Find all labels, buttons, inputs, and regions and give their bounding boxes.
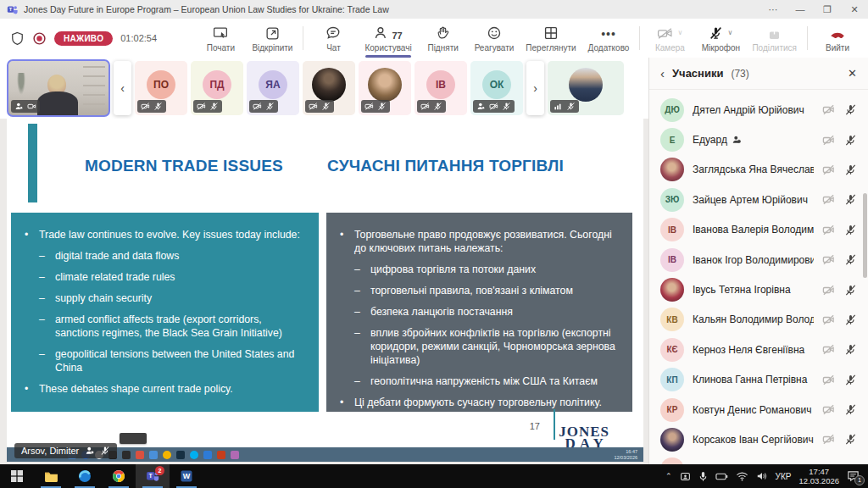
teams-app-icon: T xyxy=(7,4,18,15)
unpin-button[interactable]: Відкріпити xyxy=(246,19,298,58)
participant-row[interactable]: ІВІванок Ігор Володимирович xyxy=(649,245,868,274)
chat-button[interactable]: Чат xyxy=(308,19,359,58)
participant-row[interactable]: ЗЮЗайцев Артем Юрійович xyxy=(649,185,868,214)
participant-name: Заглядська Яна Вячеславівна xyxy=(693,164,814,175)
bullet-item: •Торговельне право продовжує розвиватися… xyxy=(340,229,617,256)
leave-button[interactable]: Вийти xyxy=(812,19,863,58)
back-icon[interactable]: ‹ xyxy=(660,66,665,80)
participant-tile-initials[interactable]: ПО xyxy=(135,61,187,115)
window-close-button[interactable]: ✕ xyxy=(841,0,868,19)
camera-button[interactable]: ∨ Камера xyxy=(644,19,695,58)
participant-name: Івусь Тетяна Ігорівна xyxy=(693,284,814,296)
avatar xyxy=(312,68,346,102)
slide-title-uk: СУЧАСНІ ПИТАННЯ ТОРГІВЛІ xyxy=(327,157,564,175)
mic-button[interactable]: ∨ Мікрофон xyxy=(695,19,746,58)
avatar: ІВ xyxy=(660,248,684,272)
participant-row[interactable]: ДЮДятел Андрій Юрійович xyxy=(649,95,868,125)
participant-tile-initials[interactable]: ПД xyxy=(191,61,243,115)
strip-next-button[interactable]: › xyxy=(526,61,544,115)
language-indicator[interactable]: УКР xyxy=(776,472,792,481)
mic-off-icon xyxy=(844,433,857,446)
participant-row[interactable] xyxy=(649,455,868,464)
participant-name: Едуард xyxy=(693,134,814,146)
window-more-button[interactable]: ⋯ xyxy=(760,0,787,19)
participants-button[interactable]: 77 Користувачі xyxy=(359,19,417,58)
taskbar-chrome[interactable] xyxy=(102,464,136,488)
windows-taskbar: T 2 W ⌃ УКР 17:4 xyxy=(0,464,868,488)
mic-off-icon xyxy=(502,102,511,111)
speaker-video-tile[interactable] xyxy=(7,59,110,117)
taskbar-word[interactable]: W xyxy=(170,464,203,488)
more-options-button[interactable]: ••• Додатково xyxy=(582,19,636,58)
start-button[interactable] xyxy=(0,464,34,488)
tray-mic-icon[interactable] xyxy=(698,471,708,482)
taskbar-clock[interactable]: 17:47 12.03.2026 xyxy=(798,467,839,486)
mic-off-icon xyxy=(153,102,163,111)
close-panel-icon[interactable]: ✕ xyxy=(848,67,857,80)
mic-off-icon xyxy=(321,102,331,111)
mic-off-icon xyxy=(377,102,387,111)
panel-scrollbar[interactable] xyxy=(863,193,867,278)
participant-row[interactable]: Корсаков Іван Сергійович xyxy=(649,424,868,454)
participant-row[interactable]: ЕЕдуард xyxy=(649,125,868,154)
avatar xyxy=(660,278,684,302)
participant-row[interactable]: КВКальян Володимир Володим... xyxy=(649,305,868,335)
participant-row[interactable]: КРКовтун Денис Романович xyxy=(649,395,868,424)
avatar: ЯА xyxy=(259,70,287,99)
avatar xyxy=(569,68,603,102)
chevron-right-icon: › xyxy=(533,81,537,95)
tray-volume-icon[interactable] xyxy=(756,471,768,481)
window-minimize-button[interactable]: — xyxy=(787,0,814,19)
share-button[interactable]: Поділитися xyxy=(746,19,803,58)
sub-bullet-item: –geopolitical tensions between the Unite… xyxy=(39,348,303,375)
jones-day-logo: JONES DAY xyxy=(559,426,609,450)
sub-bullet-item: –digital trade and data flows xyxy=(39,250,303,263)
camera-off-icon xyxy=(489,102,498,111)
participant-tile-photo[interactable] xyxy=(359,61,411,115)
mic-off-icon xyxy=(844,134,857,147)
security-shield-icon[interactable] xyxy=(10,31,25,46)
participant-tile-initials[interactable]: ІВ xyxy=(415,61,467,115)
participants-title: Учасники xyxy=(672,67,723,80)
tray-expand-chevron[interactable]: ⌃ xyxy=(665,472,672,480)
sub-bullet-item: –supply chain security xyxy=(39,292,303,306)
avatar: ПО xyxy=(147,70,175,99)
tray-wifi-icon[interactable] xyxy=(736,471,748,481)
slide-box-ukrainian: •Торговельне право продовжує розвиватися… xyxy=(326,213,632,412)
participant-tile-initials[interactable]: ОК xyxy=(470,61,523,115)
shared-taskbar-app-icon xyxy=(217,451,225,459)
signal-icon xyxy=(554,102,563,111)
window-title: Jones Day Future in Europe Program – Eur… xyxy=(24,4,389,14)
start-share-button[interactable]: Почати xyxy=(195,19,246,58)
participant-row[interactable]: ІВІванова Валерія Володимирів... xyxy=(649,215,868,245)
participant-tile-photo[interactable] xyxy=(303,61,355,115)
react-button[interactable]: Реагувати xyxy=(469,19,520,58)
taskbar-file-explorer[interactable] xyxy=(34,464,68,488)
camera-off-icon xyxy=(822,103,835,116)
taskbar-teams[interactable]: T 2 xyxy=(136,464,170,488)
participant-name: Дятел Андрій Юрійович xyxy=(693,104,814,116)
participant-tile-initials[interactable]: ЯА xyxy=(247,61,299,115)
taskbar-edge[interactable] xyxy=(68,464,102,488)
participant-name: Ковтун Денис Романович xyxy=(693,404,814,416)
view-button[interactable]: Переглянути xyxy=(520,19,581,58)
mic-dropdown-chevron[interactable]: ∨ xyxy=(727,29,732,36)
window-restore-button[interactable]: ❐ xyxy=(814,0,841,19)
tray-battery-icon[interactable] xyxy=(715,471,728,481)
grid-view-icon xyxy=(543,25,559,41)
participant-tile-photo[interactable] xyxy=(548,61,624,115)
notification-center[interactable]: 1 xyxy=(847,470,861,483)
avatar: ІВ xyxy=(660,218,684,241)
participant-row[interactable]: КПКлинова Ганна Петрівна xyxy=(649,365,868,395)
spotlight-icon xyxy=(85,446,95,456)
tray-teams-icon[interactable] xyxy=(680,471,691,482)
raise-hand-icon xyxy=(436,25,450,41)
raise-hand-button[interactable]: Підняти xyxy=(418,19,469,58)
strip-prev-button[interactable]: ‹ xyxy=(114,61,131,115)
participant-row[interactable]: Івусь Тетяна Ігорівна xyxy=(649,274,868,304)
camera-off-icon xyxy=(253,102,262,111)
shared-screen: MODERN TRADE ISSUES СУЧАСНІ ПИТАННЯ ТОРГ… xyxy=(0,119,648,464)
participant-row[interactable]: КЄКерноз Неля Євгеніївна xyxy=(649,335,868,364)
participant-row[interactable]: Заглядська Яна Вячеславівна xyxy=(649,155,868,185)
camera-dropdown-chevron[interactable]: ∨ xyxy=(677,29,682,36)
